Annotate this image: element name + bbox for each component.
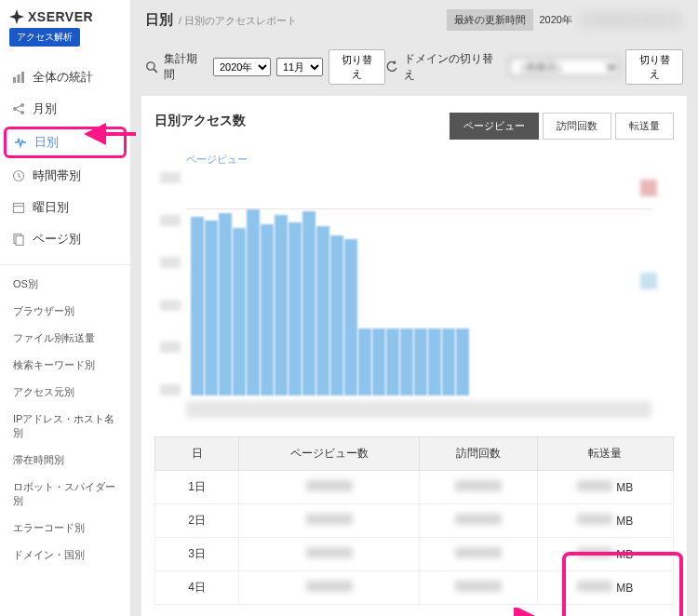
month-select[interactable]: 11月 [276, 58, 323, 76]
cell-transfer: MB [537, 571, 673, 605]
metric-tabs: ページビュー 訪問回数 転送量 [450, 113, 674, 140]
chart-bar [289, 222, 302, 395]
brand-block: XSERVER アクセス解析 [0, 0, 130, 54]
title-main: 日別 [145, 11, 173, 29]
th-visits: 訪問回数 [420, 437, 537, 471]
year-select[interactable]: 2020年 [213, 58, 271, 76]
nav-sub-referrer[interactable]: アクセス元別 [0, 379, 130, 406]
cell-visits [420, 571, 537, 605]
table-row: 1日MB [155, 471, 674, 504]
svg-point-5 [20, 111, 24, 114]
cell-pageviews [239, 538, 420, 571]
clock-icon [11, 169, 26, 182]
tab-transfer[interactable]: 転送量 [615, 113, 674, 140]
cell-visits [420, 471, 537, 504]
chart-bar [247, 209, 260, 395]
nav-sub: OS別 ブラウザー別 ファイル別転送量 検索キーワード別 アクセス元別 IPアド… [0, 264, 130, 569]
chart-bar [358, 328, 371, 395]
th-transfer: 転送量 [537, 437, 673, 471]
cell-transfer: MB [537, 471, 673, 504]
pulse-icon [13, 136, 28, 149]
chart-bar [219, 213, 232, 395]
chart-bar [302, 211, 315, 395]
pages-icon [11, 233, 26, 246]
last-update-year: 2020年 [539, 13, 571, 27]
cell-day: 1日 [155, 471, 239, 504]
nav-main: 全体の統計 月別 日別 時間帯別 曜日別 ページ別 [0, 61, 130, 255]
nav-sub-robot[interactable]: ロボット・スパイダー別 [0, 474, 130, 515]
brand-logo: XSERVER [9, 9, 121, 24]
chart-bar [261, 224, 274, 395]
chart: ページビュー [186, 153, 651, 418]
svg-rect-2 [21, 72, 24, 83]
svg-line-12 [154, 69, 157, 73]
last-update-label: 最終の更新時間 [447, 9, 533, 31]
cell-pageviews [239, 471, 420, 504]
nav-sub-os[interactable]: OS別 [0, 271, 130, 298]
cell-day: 4日 [155, 571, 239, 605]
page-title: 日別 / 日別のアクセスレポート [145, 11, 297, 29]
toolbar-period: 集計期間 2020年 11月 切り替え [145, 49, 385, 85]
nav-sub-keyword[interactable]: 検索キーワード別 [0, 352, 130, 379]
title-sub: / 日別のアクセスレポート [179, 14, 297, 28]
nav-item-overall[interactable]: 全体の統計 [0, 61, 130, 93]
cell-visits [420, 538, 537, 571]
brand-badge: アクセス解析 [9, 28, 80, 47]
chart-bar [316, 226, 329, 395]
domain-switch-label: ドメインの切り替え [404, 51, 503, 83]
sidebar: XSERVER アクセス解析 全体の統計 月別 日別 時間帯別 [0, 0, 130, 616]
chart-bar [400, 328, 413, 395]
chart-bars [186, 172, 651, 395]
chart-bar [372, 328, 385, 395]
period-switch-button[interactable]: 切り替え [329, 49, 385, 85]
chart-bar [233, 228, 246, 395]
domain-switch-button[interactable]: 切り替え [625, 49, 683, 85]
nav-item-daily[interactable]: 日別 [4, 127, 127, 158]
tab-visits[interactable]: 訪問回数 [543, 113, 611, 140]
nav-item-monthly[interactable]: 月別 [0, 93, 130, 125]
svg-rect-7 [14, 204, 24, 213]
refresh-icon [385, 60, 398, 74]
table-row: 3日MB [155, 538, 674, 571]
svg-point-11 [147, 62, 154, 70]
share-icon [11, 102, 26, 115]
nav-sub-browser[interactable]: ブラウザー別 [0, 298, 130, 325]
card-title: 日別アクセス数 [154, 113, 246, 129]
table-row: 2日MB [155, 504, 674, 538]
nav-sub-ip-host[interactable]: IPアドレス・ホスト名別 [0, 406, 130, 447]
daily-table: 日 ページビュー数 訪問回数 転送量 1日MB2日MB3日MB4日MB [154, 436, 674, 605]
nav-label: 全体の統計 [33, 69, 93, 86]
calendar-icon [11, 201, 26, 214]
cell-transfer: MB [537, 538, 673, 571]
last-update: 最終の更新時間 2020年 00月00日 00:00 [447, 9, 683, 31]
domain-select[interactable]: （非表示） [509, 58, 620, 76]
nav-sub-stay[interactable]: 滞在時間別 [0, 447, 130, 474]
search-icon [145, 60, 158, 74]
nav-label: 時間帯別 [33, 167, 81, 184]
nav-label: 月別 [33, 100, 57, 117]
chart-bar [344, 239, 357, 395]
chart-bar [442, 328, 455, 395]
svg-point-4 [20, 103, 24, 107]
tab-pageview[interactable]: ページビュー [450, 113, 539, 140]
nav-sub-domain[interactable]: ドメイン・国別 [0, 542, 130, 569]
toolbar-domain: ドメインの切り替え （非表示） 切り替え [385, 49, 683, 85]
chart-bar [428, 328, 441, 395]
svg-rect-0 [13, 77, 16, 83]
chart-bar [456, 328, 469, 395]
content-card: 日別アクセス数 ページビュー 訪問回数 転送量 ページビュー [141, 96, 687, 616]
chart-legend-swatches [640, 180, 657, 289]
th-day: 日 [155, 437, 239, 471]
chart-y-ticks [160, 172, 181, 395]
nav-item-weekday[interactable]: 曜日別 [0, 192, 130, 223]
cell-pageviews [239, 571, 420, 605]
chart-series-label: ページビュー [186, 153, 651, 167]
nav-sub-error[interactable]: エラーコード別 [0, 515, 130, 542]
nav-item-hourly[interactable]: 時間帯別 [0, 160, 130, 192]
chart-bar [191, 217, 204, 395]
cell-day: 3日 [155, 538, 239, 571]
brand-icon [9, 9, 24, 24]
annotation-arrow-transfer [393, 608, 551, 616]
nav-sub-file-transfer[interactable]: ファイル別転送量 [0, 325, 130, 352]
nav-item-page[interactable]: ページ別 [0, 223, 130, 255]
